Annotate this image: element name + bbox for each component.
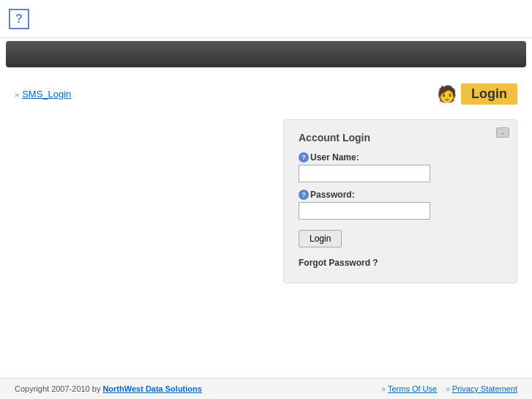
app-container: ? » SMS_Login 🧑 Login Account Login - ? [0, 0, 532, 399]
password-field-row: ? Password: [299, 190, 502, 220]
terms-link[interactable]: Terms Of Use [388, 384, 437, 393]
login-panel: Account Login - ? User Name: ? Password:… [283, 119, 517, 283]
username-input[interactable] [299, 165, 430, 182]
main-content: » SMS_Login 🧑 Login Account Login - ? Us… [0, 70, 532, 378]
arrow-icon: » [15, 90, 19, 99]
username-label: ? User Name: [299, 152, 502, 163]
login-header-button[interactable]: Login [461, 83, 517, 105]
login-button-area: 🧑 Login [437, 83, 517, 105]
copyright-text: Copyright 2007-2010 by [15, 384, 100, 393]
username-help-icon[interactable]: ? [299, 152, 309, 163]
footer-right: » Terms Of Use » Privacy Statement [381, 384, 517, 393]
privacy-arrow-icon: » [446, 385, 450, 393]
privacy-link-area: » Privacy Statement [446, 384, 517, 393]
sms-login-link[interactable]: SMS_Login [22, 89, 71, 100]
top-row: » SMS_Login 🧑 Login [15, 78, 517, 119]
password-label: ? Password: [299, 190, 502, 200]
terms-arrow-icon: » [381, 385, 386, 393]
nav-bar [6, 41, 526, 67]
footer: Copyright 2007-2010 by NorthWest Data So… [0, 378, 532, 399]
username-field-row: ? User Name: [299, 152, 502, 182]
terms-link-area: » Terms Of Use [381, 384, 437, 393]
forgot-password-link[interactable]: Forgot Password ? [299, 258, 502, 268]
password-help-icon[interactable]: ? [299, 190, 309, 200]
footer-left: Copyright 2007-2010 by NorthWest Data So… [15, 384, 202, 393]
panel-minimize-button[interactable]: - [496, 127, 509, 138]
privacy-link[interactable]: Privacy Statement [452, 384, 517, 393]
top-bar: ? [0, 0, 532, 38]
sms-login-area: » SMS_Login [15, 89, 71, 100]
logo-icon: ? [9, 9, 29, 29]
panel-title: Account Login [299, 132, 502, 143]
password-input[interactable] [299, 202, 430, 220]
company-link[interactable]: NorthWest Data Solutions [102, 384, 201, 393]
person-icon: 🧑 [437, 85, 457, 104]
login-submit-button[interactable]: Login [299, 230, 342, 247]
